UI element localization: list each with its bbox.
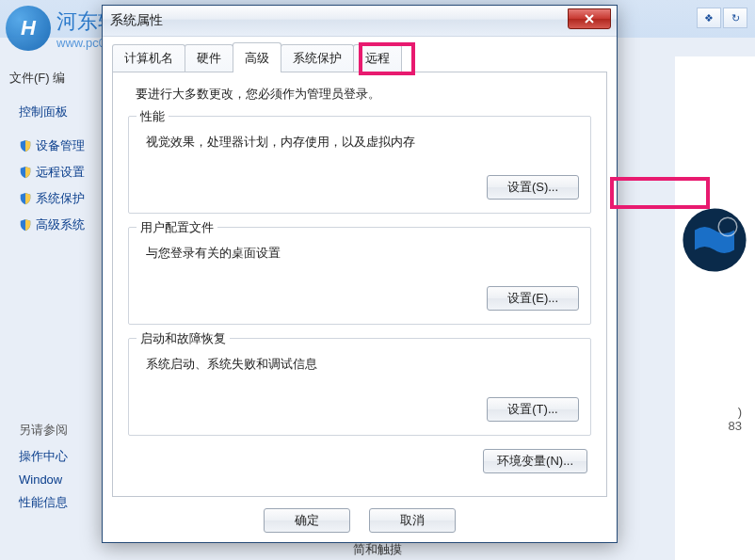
system-properties-dialog: 系统属性 计算机名 硬件 高级 系统保护 远程 要进行大多数更改，您必须作为管理… (102, 5, 618, 543)
sidebar-item-device[interactable]: 设备管理 (19, 137, 102, 154)
tab-remote[interactable]: 远程 (353, 44, 402, 72)
titlebar[interactable]: 系统属性 (103, 6, 617, 37)
sidebar-item-advanced[interactable]: 高级系统 (19, 216, 102, 233)
group-title-user: 用户配置文件 (137, 219, 217, 236)
settings-performance-button[interactable]: 设置(S)... (487, 175, 579, 200)
sidebar: 控制面板 设备管理 远程设置 系统保护 高级系统 另请参阅 操作中心 Windo… (19, 104, 102, 519)
right-text: ) 83 (729, 405, 742, 433)
dialog-footer: 确定 取消 (103, 499, 617, 542)
close-button[interactable] (568, 8, 611, 29)
shield-icon (19, 192, 32, 205)
menu-file[interactable]: 文件(F) 编 (9, 70, 65, 87)
sidebar-title[interactable]: 控制面板 (19, 104, 102, 120)
tab-computer-name[interactable]: 计算机名 (112, 44, 185, 72)
environment-variables-button[interactable]: 环境变量(N)... (483, 449, 587, 473)
group-title-startup: 启动和故障恢复 (137, 330, 230, 347)
shield-icon (19, 166, 32, 179)
tabpage-advanced: 要进行大多数更改，您必须作为管理员登录。 性能 视觉效果，处理器计划，内存使用，… (112, 72, 607, 497)
cancel-button[interactable]: 取消 (369, 508, 456, 533)
group-desc-user: 与您登录有关的桌面设置 (146, 245, 579, 262)
related-item[interactable]: Window (19, 472, 102, 487)
settings-user-button[interactable]: 设置(E)... (487, 286, 579, 311)
parent-nav-buttons: ❖ ↻ (697, 8, 747, 28)
ok-button[interactable]: 确定 (264, 508, 350, 533)
watermark-logo-icon: H (6, 6, 51, 51)
shield-icon (19, 218, 32, 232)
intro-text: 要进行大多数更改，您必须作为管理员登录。 (136, 86, 591, 103)
nav-icon-2[interactable]: ↻ (723, 8, 747, 28)
tab-system-protection[interactable]: 系统保护 (281, 44, 354, 72)
sidebar-label: 设备管理 (36, 137, 85, 154)
related-section: 另请参阅 操作中心 Window 性能信息 (19, 422, 102, 511)
close-icon (584, 13, 595, 24)
right-panel (675, 56, 755, 560)
bottom-hint: 简和触摸 (0, 541, 755, 558)
sidebar-label: 高级系统 (36, 216, 85, 233)
sidebar-label: 系统保护 (36, 190, 85, 207)
settings-startup-button[interactable]: 设置(T)... (487, 397, 579, 422)
group-desc-performance: 视觉效果，处理器计划，内存使用，以及虚拟内存 (146, 134, 579, 151)
tabstrip: 计算机名 硬件 高级 系统保护 远程 (103, 37, 617, 72)
shield-icon (19, 139, 32, 152)
dialog-title: 系统属性 (110, 12, 163, 29)
group-desc-startup: 系统启动、系统失败和调试信息 (146, 356, 579, 373)
nav-icon-1[interactable]: ❖ (697, 8, 721, 28)
group-user-profile: 用户配置文件 与您登录有关的桌面设置 设置(E)... (128, 227, 591, 325)
related-title: 另请参阅 (19, 422, 102, 439)
group-startup: 启动和故障恢复 系统启动、系统失败和调试信息 设置(T)... (128, 338, 591, 436)
tab-hardware[interactable]: 硬件 (185, 44, 233, 72)
sidebar-label: 远程设置 (36, 164, 85, 181)
related-item[interactable]: 性能信息 (19, 494, 102, 511)
tab-advanced[interactable]: 高级 (233, 42, 281, 72)
group-title-performance: 性能 (137, 108, 169, 125)
sidebar-item-remote[interactable]: 远程设置 (19, 164, 102, 181)
sidebar-item-protect[interactable]: 系统保护 (19, 190, 102, 207)
group-performance: 性能 视觉效果，处理器计划，内存使用，以及虚拟内存 设置(S)... (128, 116, 591, 214)
windows-logo-icon (682, 207, 747, 273)
related-item[interactable]: 操作中心 (19, 448, 102, 465)
